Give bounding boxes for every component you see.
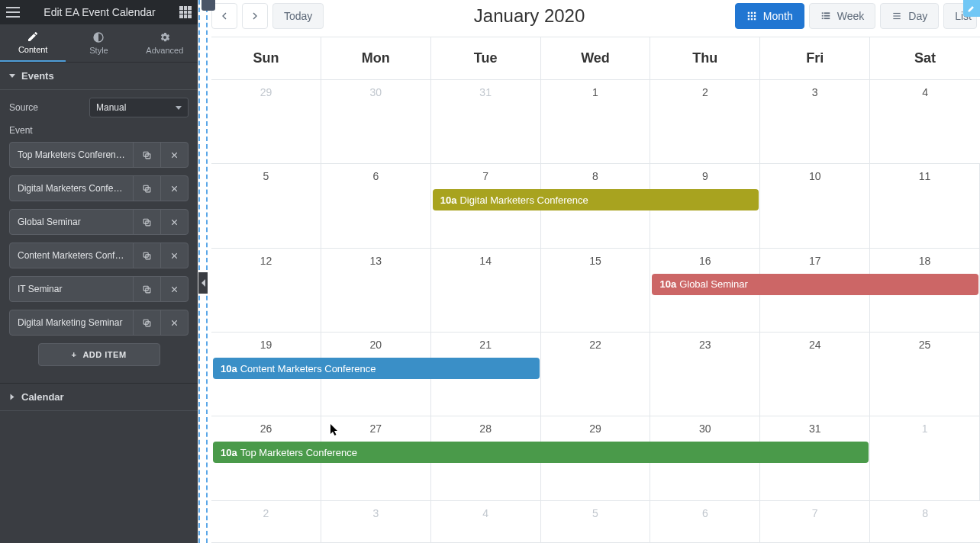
day-number: 15 <box>541 255 650 267</box>
collapse-panel-button[interactable] <box>198 272 208 294</box>
drag-handle-icon[interactable] <box>201 0 215 11</box>
gear-icon <box>159 31 171 43</box>
calendar-event[interactable]: 10aContent Marketers Conference <box>213 358 540 379</box>
day-number: 28 <box>431 423 540 435</box>
day-cell[interactable]: 4 <box>431 501 541 543</box>
calendar-event[interactable]: 10aDigital Marketers Conference <box>433 189 759 210</box>
week-row: 262728293031110aTop Marketers Conference <box>211 416 980 500</box>
tab-style[interactable]: Style <box>66 24 131 62</box>
prev-button[interactable] <box>211 3 237 29</box>
day-cell[interactable]: 13 <box>321 249 431 333</box>
remove-button[interactable] <box>160 277 188 301</box>
remove-button[interactable] <box>160 243 188 268</box>
event-row-title[interactable]: Top Marketers Conference <box>10 149 133 160</box>
day-cell[interactable]: 6 <box>650 501 760 543</box>
day-number: 6 <box>650 507 759 519</box>
remove-button[interactable] <box>160 143 188 167</box>
day-cell[interactable]: 5 <box>541 501 651 543</box>
day-cell[interactable]: 2 <box>650 80 760 164</box>
duplicate-button[interactable] <box>133 277 160 301</box>
view-month-button[interactable]: Month <box>735 3 804 29</box>
event-row-title[interactable]: Digital Marketers Confere… <box>10 183 133 194</box>
day-cell[interactable]: 12 <box>211 249 321 333</box>
calendar-event[interactable]: 10aTop Marketers Conference <box>213 442 869 463</box>
day-number: 10 <box>760 170 869 182</box>
svg-rect-33 <box>821 12 823 14</box>
day-number: 9 <box>650 170 759 182</box>
day-cell[interactable]: 14 <box>431 249 541 333</box>
list-icon <box>891 11 902 21</box>
pencil-icon <box>27 31 39 43</box>
view-label: Week <box>837 10 865 22</box>
day-cell[interactable]: 11 <box>870 164 980 248</box>
section-events[interactable]: Events <box>0 63 198 90</box>
event-row-title[interactable]: Digital Marketing Seminar <box>10 317 133 328</box>
remove-button[interactable] <box>160 210 188 234</box>
calendar: Today January 2020 Month Week <box>198 0 980 543</box>
event-time: 10a <box>440 194 457 206</box>
svg-rect-24 <box>748 12 750 14</box>
day-number: 7 <box>431 170 540 182</box>
event-row: Top Marketers Conference <box>9 142 189 168</box>
svg-rect-28 <box>751 15 753 17</box>
add-item-button[interactable]: + ADD ITEM <box>38 343 160 366</box>
day-cell[interactable]: 6 <box>321 164 431 248</box>
day-cell[interactable]: 8 <box>870 501 980 543</box>
edit-widget-icon[interactable] <box>963 0 980 17</box>
duplicate-button[interactable] <box>133 143 160 167</box>
dow-cell: Sun <box>211 37 321 80</box>
week-row: 56789101110aDigital Marketers Conference <box>211 164 980 248</box>
day-cell[interactable]: 22 <box>541 333 651 416</box>
day-cell[interactable]: 29 <box>211 80 321 164</box>
event-time: 10a <box>659 278 676 290</box>
day-number: 8 <box>870 507 980 519</box>
menu-icon[interactable] <box>6 7 20 18</box>
calendar-event[interactable]: 10aGlobal Seminar <box>652 274 978 295</box>
day-cell[interactable]: 3 <box>321 501 431 543</box>
duplicate-button[interactable] <box>133 243 160 268</box>
day-cell[interactable]: 30 <box>321 80 431 164</box>
apps-icon[interactable] <box>179 6 192 18</box>
day-cell[interactable]: 5 <box>211 164 321 248</box>
week-row: 2345678 <box>211 501 980 543</box>
day-cell[interactable]: 1 <box>870 416 980 500</box>
plus-icon: + <box>71 350 76 359</box>
section-calendar[interactable]: Calendar <box>0 383 198 411</box>
event-row-title[interactable]: IT Seminar <box>10 284 133 294</box>
duplicate-button[interactable] <box>133 310 160 335</box>
svg-rect-38 <box>824 18 830 19</box>
day-number: 20 <box>321 339 430 351</box>
duplicate-button[interactable] <box>133 176 160 201</box>
day-cell[interactable]: 31 <box>431 80 541 164</box>
event-row-title[interactable]: Content Marketers Confe… <box>10 250 133 261</box>
duplicate-button[interactable] <box>133 210 160 234</box>
day-number: 31 <box>431 86 540 98</box>
next-button[interactable] <box>242 3 268 29</box>
view-day-button[interactable]: Day <box>880 3 939 29</box>
event-row: Content Marketers Confe… <box>9 243 189 268</box>
day-cell[interactable]: 24 <box>760 333 870 416</box>
day-cell[interactable]: 1 <box>541 80 651 164</box>
day-number: 17 <box>760 255 869 267</box>
event-row-title[interactable]: Global Seminar <box>10 217 133 227</box>
today-button[interactable]: Today <box>272 3 324 29</box>
day-cell[interactable]: 3 <box>760 80 870 164</box>
remove-button[interactable] <box>160 310 188 335</box>
day-cell[interactable]: 2 <box>211 501 321 543</box>
day-cell[interactable]: 25 <box>870 333 980 416</box>
day-cell[interactable]: 7 <box>760 501 870 543</box>
caret-right-icon <box>11 394 15 400</box>
day-cell[interactable]: 4 <box>870 80 980 164</box>
tab-label: Style <box>89 46 108 55</box>
day-number: 30 <box>650 423 759 435</box>
tab-advanced[interactable]: Advanced <box>132 24 198 62</box>
view-week-button[interactable]: Week <box>809 3 876 29</box>
tab-content[interactable]: Content <box>0 24 66 62</box>
source-select[interactable]: Manual <box>89 98 189 117</box>
day-cell[interactable]: 23 <box>650 333 760 416</box>
day-number: 5 <box>211 170 321 182</box>
day-cell[interactable]: 15 <box>541 249 651 333</box>
remove-button[interactable] <box>160 176 188 201</box>
list-columns-icon <box>820 11 831 21</box>
day-cell[interactable]: 10 <box>760 164 870 248</box>
